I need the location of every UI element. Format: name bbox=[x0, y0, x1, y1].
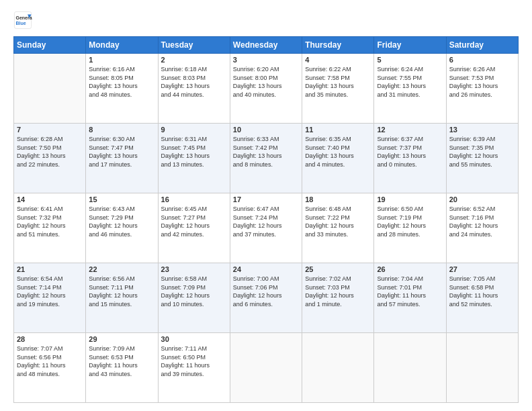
day-number: 17 bbox=[233, 195, 299, 203]
day-number: 4 bbox=[305, 56, 371, 64]
day-info: Sunrise: 6:50 AM Sunset: 7:19 PM Dayligh… bbox=[377, 205, 443, 238]
calendar-cell: 14Sunrise: 6:41 AM Sunset: 7:32 PM Dayli… bbox=[14, 193, 86, 263]
day-info: Sunrise: 6:20 AM Sunset: 8:00 PM Dayligh… bbox=[233, 65, 299, 99]
day-number: 11 bbox=[305, 126, 371, 134]
day-info: Sunrise: 6:47 AM Sunset: 7:24 PM Dayligh… bbox=[233, 205, 299, 238]
day-info: Sunrise: 6:28 AM Sunset: 7:50 PM Dayligh… bbox=[17, 135, 83, 169]
calendar-cell: 22Sunrise: 6:56 AM Sunset: 7:11 PM Dayli… bbox=[86, 263, 158, 333]
calendar-cell bbox=[230, 333, 302, 403]
day-number: 18 bbox=[305, 195, 371, 203]
calendar-cell: 18Sunrise: 6:48 AM Sunset: 7:22 PM Dayli… bbox=[302, 193, 374, 263]
day-number: 5 bbox=[377, 56, 443, 64]
calendar-cell: 5Sunrise: 6:24 AM Sunset: 7:55 PM Daylig… bbox=[374, 54, 446, 124]
day-number: 16 bbox=[161, 195, 227, 203]
day-number: 2 bbox=[161, 56, 227, 64]
calendar-cell: 16Sunrise: 6:45 AM Sunset: 7:27 PM Dayli… bbox=[158, 193, 230, 263]
day-info: Sunrise: 7:05 AM Sunset: 6:58 PM Dayligh… bbox=[449, 275, 515, 308]
day-number: 28 bbox=[17, 335, 83, 343]
calendar-cell: 4Sunrise: 6:22 AM Sunset: 7:58 PM Daylig… bbox=[302, 54, 374, 124]
day-number: 29 bbox=[89, 335, 154, 343]
calendar-cell: 28Sunrise: 7:07 AM Sunset: 6:56 PM Dayli… bbox=[14, 333, 86, 403]
calendar-cell: 8Sunrise: 6:30 AM Sunset: 7:47 PM Daylig… bbox=[86, 124, 158, 193]
calendar-cell: 21Sunrise: 6:54 AM Sunset: 7:14 PM Dayli… bbox=[14, 263, 86, 333]
day-info: Sunrise: 7:04 AM Sunset: 7:01 PM Dayligh… bbox=[377, 275, 443, 308]
header: General Blue bbox=[13, 11, 519, 30]
day-info: Sunrise: 7:11 AM Sunset: 6:50 PM Dayligh… bbox=[161, 345, 227, 378]
calendar-cell: 12Sunrise: 6:37 AM Sunset: 7:37 PM Dayli… bbox=[374, 124, 446, 193]
calendar-cell: 2Sunrise: 6:18 AM Sunset: 8:03 PM Daylig… bbox=[158, 54, 230, 124]
calendar-cell: 3Sunrise: 6:20 AM Sunset: 8:00 PM Daylig… bbox=[230, 54, 302, 124]
weekday-header-sunday: Sunday bbox=[14, 37, 86, 54]
day-number: 10 bbox=[233, 126, 299, 134]
day-number: 1 bbox=[89, 56, 154, 64]
weekday-header-monday: Monday bbox=[86, 37, 158, 54]
svg-rect-0 bbox=[14, 11, 31, 28]
weekday-header-tuesday: Tuesday bbox=[158, 37, 230, 54]
week-row-2: 7Sunrise: 6:28 AM Sunset: 7:50 PM Daylig… bbox=[14, 124, 519, 193]
logo: General Blue bbox=[13, 11, 35, 30]
calendar-cell bbox=[446, 333, 518, 403]
day-info: Sunrise: 7:02 AM Sunset: 7:03 PM Dayligh… bbox=[305, 275, 371, 308]
calendar-cell bbox=[14, 54, 86, 124]
day-info: Sunrise: 6:43 AM Sunset: 7:29 PM Dayligh… bbox=[89, 205, 154, 238]
calendar-cell: 20Sunrise: 6:52 AM Sunset: 7:16 PM Dayli… bbox=[446, 193, 518, 263]
day-number: 27 bbox=[449, 265, 515, 273]
calendar-cell bbox=[302, 333, 374, 403]
calendar-cell: 23Sunrise: 6:58 AM Sunset: 7:09 PM Dayli… bbox=[158, 263, 230, 333]
day-number: 26 bbox=[377, 265, 443, 273]
svg-text:Blue: Blue bbox=[16, 21, 26, 26]
day-number: 6 bbox=[449, 56, 515, 64]
day-info: Sunrise: 7:09 AM Sunset: 6:53 PM Dayligh… bbox=[89, 345, 154, 378]
calendar-cell: 17Sunrise: 6:47 AM Sunset: 7:24 PM Dayli… bbox=[230, 193, 302, 263]
week-row-5: 28Sunrise: 7:07 AM Sunset: 6:56 PM Dayli… bbox=[14, 333, 519, 403]
calendar-cell: 7Sunrise: 6:28 AM Sunset: 7:50 PM Daylig… bbox=[14, 124, 86, 193]
logo-icon: General Blue bbox=[13, 11, 32, 30]
calendar-cell: 24Sunrise: 7:00 AM Sunset: 7:06 PM Dayli… bbox=[230, 263, 302, 333]
day-info: Sunrise: 6:39 AM Sunset: 7:35 PM Dayligh… bbox=[449, 135, 515, 169]
day-info: Sunrise: 6:35 AM Sunset: 7:40 PM Dayligh… bbox=[305, 135, 371, 169]
day-info: Sunrise: 6:24 AM Sunset: 7:55 PM Dayligh… bbox=[377, 65, 443, 99]
calendar-cell: 10Sunrise: 6:33 AM Sunset: 7:42 PM Dayli… bbox=[230, 124, 302, 193]
week-row-4: 21Sunrise: 6:54 AM Sunset: 7:14 PM Dayli… bbox=[14, 263, 519, 333]
day-info: Sunrise: 6:37 AM Sunset: 7:37 PM Dayligh… bbox=[377, 135, 443, 169]
day-info: Sunrise: 6:52 AM Sunset: 7:16 PM Dayligh… bbox=[449, 205, 515, 238]
calendar-cell: 9Sunrise: 6:31 AM Sunset: 7:45 PM Daylig… bbox=[158, 124, 230, 193]
calendar-cell: 6Sunrise: 6:26 AM Sunset: 7:53 PM Daylig… bbox=[446, 54, 518, 124]
day-info: Sunrise: 6:30 AM Sunset: 7:47 PM Dayligh… bbox=[89, 135, 154, 169]
weekday-header-friday: Friday bbox=[374, 37, 446, 54]
day-info: Sunrise: 6:56 AM Sunset: 7:11 PM Dayligh… bbox=[89, 275, 154, 308]
day-number: 23 bbox=[161, 265, 227, 273]
day-info: Sunrise: 6:16 AM Sunset: 8:05 PM Dayligh… bbox=[89, 65, 154, 99]
day-number: 7 bbox=[17, 126, 83, 134]
week-row-3: 14Sunrise: 6:41 AM Sunset: 7:32 PM Dayli… bbox=[14, 193, 519, 263]
day-info: Sunrise: 6:58 AM Sunset: 7:09 PM Dayligh… bbox=[161, 275, 227, 308]
calendar-cell: 30Sunrise: 7:11 AM Sunset: 6:50 PM Dayli… bbox=[158, 333, 230, 403]
day-info: Sunrise: 6:33 AM Sunset: 7:42 PM Dayligh… bbox=[233, 135, 299, 169]
day-number: 8 bbox=[89, 126, 154, 134]
day-number: 21 bbox=[17, 265, 83, 273]
page: General Blue SundayMondayTuesdayWednesda… bbox=[0, 0, 532, 411]
day-number: 13 bbox=[449, 126, 515, 134]
calendar-cell: 11Sunrise: 6:35 AM Sunset: 7:40 PM Dayli… bbox=[302, 124, 374, 193]
day-number: 30 bbox=[161, 335, 227, 343]
day-number: 15 bbox=[89, 195, 154, 203]
day-number: 12 bbox=[377, 126, 443, 134]
calendar-cell: 29Sunrise: 7:09 AM Sunset: 6:53 PM Dayli… bbox=[86, 333, 158, 403]
weekday-header-saturday: Saturday bbox=[446, 37, 518, 54]
day-info: Sunrise: 6:41 AM Sunset: 7:32 PM Dayligh… bbox=[17, 205, 83, 238]
day-number: 3 bbox=[233, 56, 299, 64]
calendar-cell: 19Sunrise: 6:50 AM Sunset: 7:19 PM Dayli… bbox=[374, 193, 446, 263]
day-info: Sunrise: 6:22 AM Sunset: 7:58 PM Dayligh… bbox=[305, 65, 371, 99]
day-number: 25 bbox=[305, 265, 371, 273]
calendar-cell bbox=[374, 333, 446, 403]
day-info: Sunrise: 6:48 AM Sunset: 7:22 PM Dayligh… bbox=[305, 205, 371, 238]
day-number: 9 bbox=[161, 126, 227, 134]
calendar-cell: 1Sunrise: 6:16 AM Sunset: 8:05 PM Daylig… bbox=[86, 54, 158, 124]
day-info: Sunrise: 6:26 AM Sunset: 7:53 PM Dayligh… bbox=[449, 65, 515, 99]
weekday-header-row: SundayMondayTuesdayWednesdayThursdayFrid… bbox=[14, 37, 519, 54]
weekday-header-thursday: Thursday bbox=[302, 37, 374, 54]
calendar-cell: 15Sunrise: 6:43 AM Sunset: 7:29 PM Dayli… bbox=[86, 193, 158, 263]
day-number: 14 bbox=[17, 195, 83, 203]
day-info: Sunrise: 7:07 AM Sunset: 6:56 PM Dayligh… bbox=[17, 345, 83, 378]
calendar-cell: 26Sunrise: 7:04 AM Sunset: 7:01 PM Dayli… bbox=[374, 263, 446, 333]
